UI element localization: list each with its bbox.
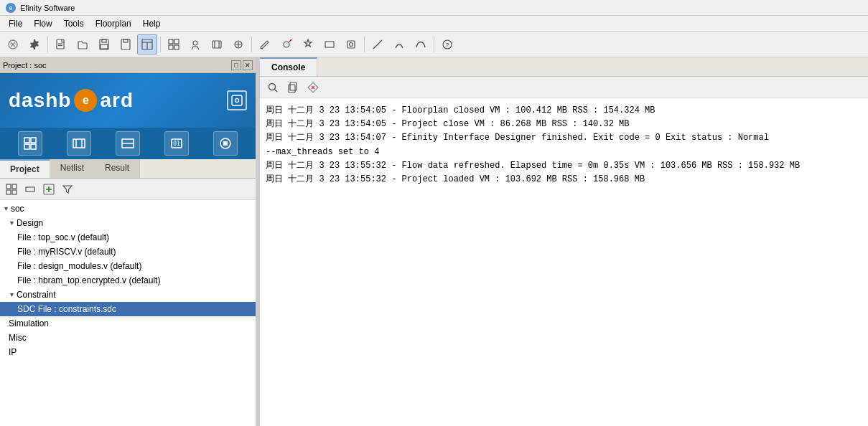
dash-design-btn[interactable] <box>67 131 91 156</box>
tree-item-misc[interactable]: Misc <box>0 331 256 345</box>
app-title: Efinity Software <box>20 4 75 12</box>
svg-rect-55 <box>290 82 297 90</box>
svg-point-31 <box>235 99 239 103</box>
tree-item-file-hbram[interactable]: File : hbram_top.encrypted.v (default) <box>0 273 256 288</box>
svg-rect-47 <box>6 190 11 194</box>
panel-close-btn[interactable]: ✕ <box>243 60 253 70</box>
new-project-btn[interactable] <box>51 34 71 55</box>
dashboard-settings-btn[interactable] <box>227 90 247 110</box>
chip-btn[interactable] <box>341 34 361 55</box>
tree-label: soc <box>11 204 24 214</box>
tree-item-file-top[interactable]: File : top_soc.v (default) <box>0 230 256 245</box>
pin-editor-btn[interactable] <box>185 34 205 55</box>
svg-point-26 <box>350 42 353 46</box>
svg-point-53 <box>269 83 276 90</box>
io-btn[interactable] <box>207 34 227 55</box>
add-item-btn[interactable] <box>40 181 57 198</box>
dashboard: dashb e ard <box>0 73 256 128</box>
svg-rect-32 <box>24 138 29 143</box>
settings-btn[interactable] <box>24 34 45 55</box>
dash-program-btn[interactable]: 01 <box>164 131 189 156</box>
layout-btn[interactable] <box>137 34 157 55</box>
pencil-btn[interactable] <box>255 34 275 55</box>
tree-item-sdc[interactable]: SDC File : constraints.sdc <box>0 302 256 316</box>
dashboard-text-right: ard <box>100 89 134 112</box>
dash-timing-btn[interactable] <box>116 131 140 156</box>
route-btn[interactable] <box>228 34 248 55</box>
console-copy-btn[interactable] <box>284 79 302 96</box>
expand-all-btn[interactable] <box>3 181 20 198</box>
dashboard-title: dashb e ard <box>9 89 134 112</box>
tab-project[interactable]: Project <box>0 159 50 178</box>
menu-help[interactable]: Help <box>137 17 167 30</box>
console-line-4: 周日 十二月 3 23 13:55:32 - Flow data refresh… <box>266 159 862 173</box>
svg-rect-56 <box>289 85 295 93</box>
tree-item-soc[interactable]: ▼ soc <box>0 202 256 216</box>
console-clear-btn[interactable] <box>304 79 322 96</box>
console-line-0: 周日 十二月 3 23 13:54:05 - Floorplan closed … <box>266 104 862 118</box>
dash-stop-btn[interactable] <box>213 131 238 156</box>
draw-line-btn[interactable] <box>368 34 388 55</box>
svg-rect-15 <box>174 39 179 44</box>
menu-floorplan[interactable]: Floorplan <box>90 17 137 30</box>
sep-5 <box>434 37 434 52</box>
svg-rect-8 <box>101 44 108 49</box>
svg-rect-14 <box>169 39 173 44</box>
rect-btn[interactable] <box>319 34 340 55</box>
svg-rect-46 <box>12 184 17 189</box>
tree-label: Design <box>17 218 43 228</box>
svg-rect-49 <box>26 187 34 191</box>
menu-tools[interactable]: Tools <box>58 17 90 30</box>
title-bar: e Efinity Software <box>0 0 868 16</box>
dashboard-text-left: dashb <box>9 89 71 112</box>
right-panel: Console 周日 十二月 3 23 13:54:05 - Floorplan… <box>260 57 868 426</box>
help-btn[interactable]: ? <box>437 34 457 55</box>
tab-netlist[interactable]: Netlist <box>50 159 95 178</box>
tree-label: File : myRISCV.v (default) <box>17 247 116 257</box>
menu-flow[interactable]: Flow <box>28 17 57 30</box>
svg-rect-17 <box>174 45 179 49</box>
console-tabs: Console <box>260 57 868 77</box>
tab-result[interactable]: Result <box>95 159 140 178</box>
sep-3 <box>251 37 252 52</box>
save-as-btn[interactable] <box>116 34 136 55</box>
tree-item-file-design[interactable]: File : design_modules.v (default) <box>0 259 256 273</box>
panel-restore-btn[interactable]: □ <box>231 60 241 70</box>
collapse-all-btn[interactable] <box>22 181 39 198</box>
filter-btn[interactable] <box>59 181 76 198</box>
tree-label: IP <box>9 347 17 357</box>
console-line-1: 周日 十二月 3 23 13:54:05 - Project close VM … <box>266 118 862 131</box>
console-line-3: --max_threads set to 4 <box>266 146 862 159</box>
tree-label: File : top_soc.v (default) <box>17 232 109 242</box>
console-toolbar <box>260 77 868 98</box>
regions-btn[interactable] <box>164 34 184 55</box>
svg-point-23 <box>284 42 289 47</box>
close-project-btn[interactable] <box>3 34 23 55</box>
svg-rect-34 <box>24 144 29 149</box>
dash-compile-btn[interactable] <box>18 131 42 156</box>
project-title-bar: Project : soc □ ✕ <box>0 57 256 73</box>
console-line-5: 周日 十二月 3 23 13:55:32 - Project loaded VM… <box>266 173 862 186</box>
draw-arc-btn[interactable] <box>389 34 409 55</box>
burst-btn[interactable] <box>298 34 318 55</box>
main-layout: Project : soc □ ✕ dashb e ard <box>0 57 868 426</box>
dashboard-logo: e <box>74 89 97 112</box>
svg-rect-7 <box>102 39 106 42</box>
open-project-btn[interactable] <box>73 34 93 55</box>
svg-rect-24 <box>325 42 334 47</box>
tree-item-ip[interactable]: IP <box>0 345 256 359</box>
svg-rect-16 <box>169 45 173 49</box>
dashboard-icons-row: 01 <box>0 128 256 159</box>
tree-label: File : design_modules.v (default) <box>17 261 141 271</box>
tree-item-simulation[interactable]: Simulation <box>0 316 256 331</box>
needle-btn[interactable] <box>276 34 297 55</box>
tab-console[interactable]: Console <box>260 57 317 76</box>
menu-file[interactable]: File <box>3 17 28 30</box>
svg-line-27 <box>373 40 382 49</box>
tree-item-constraint[interactable]: ▼ Constraint <box>0 288 256 302</box>
tree-item-design[interactable]: ▼ Design <box>0 216 256 230</box>
draw-bezier-btn[interactable] <box>411 34 431 55</box>
tree-item-file-myriscv[interactable]: File : myRISCV.v (default) <box>0 245 256 259</box>
save-btn[interactable] <box>94 34 114 55</box>
console-search-btn[interactable] <box>264 79 281 96</box>
